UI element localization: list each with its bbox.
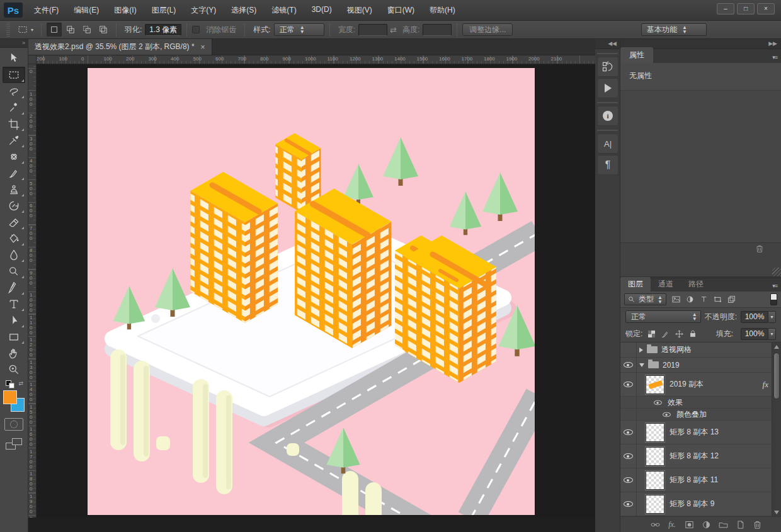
layer-thumbnail[interactable]	[646, 471, 664, 490]
close-tab-icon[interactable]: ×	[201, 43, 205, 52]
menu-0[interactable]: 文件(F)	[28, 1, 65, 20]
tool-healing-brush[interactable]	[3, 149, 25, 165]
refine-edge-button[interactable]: 调整边缘...	[462, 23, 513, 36]
smartobject-filter-icon[interactable]	[725, 293, 739, 305]
layer-row[interactable]: 透视网格	[620, 342, 781, 358]
visibility-toggle[interactable]	[620, 421, 637, 444]
character-panel-button[interactable]: A|	[597, 133, 619, 154]
document-tab[interactable]: 透视效果2.psd @ 35.5% (图层 2 副本, RGB/8) * ×	[28, 39, 212, 55]
toolbar-collapse[interactable]: »	[0, 39, 28, 48]
style-select[interactable]: 正常 ▲▼	[274, 23, 324, 36]
fill-input[interactable]: 100%	[741, 328, 768, 340]
tool-eyedropper[interactable]	[3, 132, 25, 149]
tool-path-select[interactable]	[3, 312, 25, 329]
panel-menu-icon[interactable]: ▾≡	[768, 280, 781, 291]
tool-type[interactable]	[3, 296, 25, 312]
scrollbar-thumb[interactable]	[773, 353, 780, 399]
tool-zoom[interactable]	[3, 361, 25, 378]
visibility-toggle[interactable]	[620, 409, 637, 420]
visibility-toggle[interactable]	[620, 358, 637, 372]
menu-5[interactable]: 选择(S)	[225, 1, 263, 20]
workspace-switcher[interactable]: 基本功能 ▲▼	[641, 23, 707, 36]
layer-thumbnail[interactable]	[646, 447, 664, 466]
visibility-toggle[interactable]	[620, 397, 637, 408]
new-group-icon[interactable]	[717, 519, 729, 530]
add-mask-icon[interactable]	[683, 519, 695, 530]
layer-thumbnail[interactable]	[646, 495, 664, 514]
quick-mask-button[interactable]	[4, 418, 23, 431]
new-layer-icon[interactable]	[734, 519, 746, 530]
scroll-down-icon[interactable]	[774, 511, 779, 514]
tool-pen[interactable]	[3, 280, 25, 296]
menu-8[interactable]: 视图(V)	[341, 1, 379, 20]
tool-preset-picker[interactable]: ▾	[14, 23, 36, 37]
lock-all-icon[interactable]	[688, 328, 698, 339]
tool-paint-bucket[interactable]	[3, 230, 25, 247]
tool-rectangle[interactable]	[3, 329, 25, 345]
layer-row[interactable]: 矩形 8 副本 13	[620, 421, 781, 444]
opacity-dropdown-arrow[interactable]: ▼	[768, 311, 776, 323]
info-panel-button[interactable]: i	[597, 106, 619, 126]
subtract-selection-button[interactable]	[79, 23, 94, 37]
tool-marquee[interactable]	[3, 67, 25, 83]
tool-dodge[interactable]	[3, 263, 25, 280]
tab-properties[interactable]: 属性	[620, 47, 653, 63]
trash-icon[interactable]	[755, 244, 765, 254]
width-input[interactable]	[358, 24, 387, 36]
filter-toggle-switch[interactable]	[770, 293, 777, 305]
visibility-toggle[interactable]	[620, 342, 637, 357]
tool-lasso[interactable]	[3, 83, 25, 99]
layers-scrollbar[interactable]	[772, 342, 781, 516]
visibility-toggle[interactable]	[620, 444, 637, 468]
eye-icon[interactable]	[654, 400, 662, 405]
layer-row[interactable]: 矩形 8 副本 12	[620, 444, 781, 468]
layer-thumbnail[interactable]	[646, 423, 664, 442]
menu-10[interactable]: 帮助(H)	[423, 1, 462, 20]
swap-dimensions-icon[interactable]: ⇄	[390, 25, 397, 35]
add-selection-button[interactable]	[63, 23, 78, 37]
tool-hand[interactable]	[3, 345, 25, 361]
layer-row[interactable]: 矩形 8 副本 11	[620, 468, 781, 492]
intersect-selection-button[interactable]	[96, 23, 111, 37]
collapse-icon[interactable]	[639, 363, 644, 367]
blend-mode-select[interactable]: 正常 ▲▼	[625, 310, 701, 323]
new-selection-button[interactable]	[47, 23, 62, 37]
close-button[interactable]: ×	[757, 3, 775, 14]
lock-position-icon[interactable]	[675, 328, 684, 339]
tool-move[interactable]	[3, 50, 25, 67]
default-swatches-icon[interactable]: ⇄	[4, 380, 23, 389]
menu-3[interactable]: 图层(L)	[145, 1, 183, 20]
dock-collapse[interactable]: ◀◀	[595, 39, 620, 49]
expand-icon[interactable]	[639, 348, 643, 353]
layer-row[interactable]: 2019 副本fx	[620, 373, 781, 397]
maximize-button[interactable]: □	[737, 3, 755, 14]
foreground-color-swatch[interactable]	[3, 390, 17, 404]
history-panel-button[interactable]	[597, 57, 619, 77]
delete-layer-icon[interactable]	[751, 519, 763, 530]
menu-6[interactable]: 滤镜(T)	[265, 1, 302, 20]
visibility-toggle[interactable]	[620, 373, 637, 396]
menu-7[interactable]: 3D(D)	[305, 1, 338, 20]
tool-history-brush[interactable]	[3, 198, 25, 214]
adjustment-layer-icon[interactable]	[700, 519, 712, 530]
tool-magic-wand[interactable]	[3, 99, 25, 116]
menu-4[interactable]: 文字(Y)	[185, 1, 222, 20]
adjustment-filter-icon[interactable]	[683, 293, 697, 305]
pixel-layers-filter-icon[interactable]	[670, 293, 683, 305]
lock-transparent-pixels-icon[interactable]	[647, 328, 656, 339]
menu-9[interactable]: 窗口(W)	[381, 1, 421, 20]
eye-icon[interactable]	[663, 412, 671, 417]
shape-filter-icon[interactable]	[711, 293, 725, 305]
menu-2[interactable]: 图像(I)	[108, 1, 142, 20]
tool-eraser[interactable]	[3, 214, 25, 230]
minimize-button[interactable]: –	[717, 3, 734, 14]
lock-image-pixels-icon[interactable]	[661, 328, 670, 339]
layer-thumbnail[interactable]	[646, 375, 664, 394]
tab-channels[interactable]: 通道	[651, 277, 681, 291]
tool-clone-stamp[interactable]	[3, 181, 25, 198]
menu-1[interactable]: 编辑(E)	[67, 1, 105, 20]
layer-row[interactable]: 颜色叠加	[620, 409, 781, 421]
tab-paths[interactable]: 路径	[681, 277, 711, 291]
panel-resize-grip[interactable]	[772, 268, 781, 276]
tab-layers[interactable]: 图层	[620, 277, 651, 291]
